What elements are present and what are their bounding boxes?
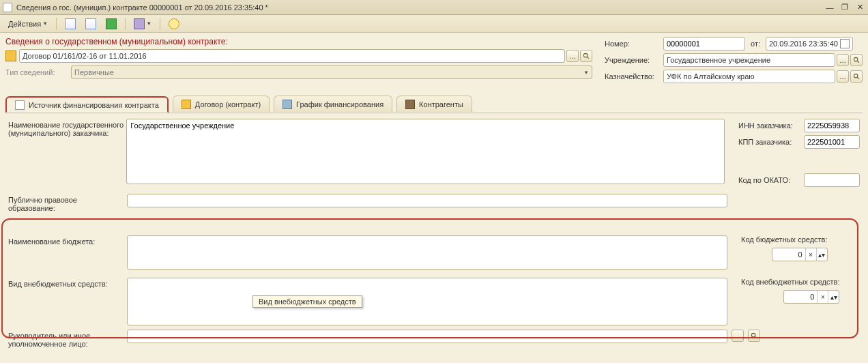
budget-code-field[interactable]: 0 × ▴▾ <box>772 248 828 261</box>
document-arrow-icon <box>85 18 96 29</box>
number-input[interactable] <box>667 40 742 48</box>
actions-menu[interactable]: Действия ▼ <box>4 17 52 31</box>
tab-bar: Источник финансирования контракта Догово… <box>5 96 863 113</box>
public-entity-label: Публично правовое образование: <box>8 194 124 212</box>
document-icon <box>65 18 76 29</box>
manager-input[interactable] <box>130 332 724 340</box>
folder-icon <box>182 100 191 109</box>
customer-name-label: Наименование государственного (муниципал… <box>8 119 124 190</box>
inn-label: ИНН заказчика: <box>738 121 804 130</box>
magnifier-icon <box>853 73 860 81</box>
budget-name-label: Наименование бюджета: <box>8 235 124 270</box>
okato-label: Код по ОКАТО: <box>738 176 804 184</box>
folder-icon <box>5 50 16 61</box>
info-type-field[interactable]: Первичные ▼ <box>71 66 592 79</box>
lookup-button[interactable]: … <box>837 70 849 83</box>
clear-button[interactable]: × <box>805 248 816 261</box>
clear-button[interactable]: × <box>817 291 828 303</box>
okato-input[interactable] <box>807 176 856 184</box>
tab-counterparties[interactable]: Контрагенты <box>396 96 472 112</box>
magnifier-icon <box>583 53 590 60</box>
minimize-button[interactable]: — <box>824 2 835 13</box>
chevron-down-icon: ▼ <box>146 20 151 27</box>
kpp-field[interactable] <box>804 135 860 149</box>
search-button[interactable] <box>580 50 592 62</box>
budget-name-textarea[interactable] <box>127 235 727 270</box>
separator <box>125 18 126 30</box>
svg-line-7 <box>755 336 757 338</box>
treasury-label: Казначейство: <box>605 72 663 81</box>
tab-label: Контрагенты <box>419 100 463 108</box>
svg-point-0 <box>583 53 588 57</box>
window-title: Сведения о гос. (муницип.) контракте 000… <box>16 3 824 12</box>
lookup-button[interactable]: … <box>732 330 744 342</box>
extrabudget-code-field[interactable]: 0 × ▴▾ <box>783 290 839 304</box>
contract-ref-field[interactable]: Договор 01/161/02-16 от 11.01.2016 <box>19 49 565 63</box>
magnifier-icon <box>853 57 860 64</box>
document-icon <box>15 100 25 110</box>
window-titlebar: Сведения о гос. (муницип.) контракте 000… <box>0 0 868 15</box>
inn-field[interactable] <box>804 119 860 132</box>
schedule-icon <box>283 100 292 109</box>
close-button[interactable]: ✕ <box>854 2 865 13</box>
tooltip: Вид внебюджетных средств <box>252 295 362 308</box>
maximize-button[interactable]: ❐ <box>839 2 850 13</box>
search-button[interactable] <box>850 54 863 66</box>
svg-point-2 <box>854 57 858 61</box>
actions-label: Действия <box>8 20 41 28</box>
toolbar-btn-4[interactable]: ▼ <box>130 17 156 31</box>
toolbar-btn-1[interactable] <box>61 17 80 31</box>
manager-field[interactable] <box>127 330 727 343</box>
search-button[interactable] <box>850 70 863 83</box>
spinner-button[interactable]: ▴▾ <box>828 291 839 303</box>
calendar-icon[interactable] <box>840 39 850 48</box>
main-toolbar: Действия ▼ ▼ <box>0 15 868 33</box>
budget-code-label: Код бюджетных средств: <box>741 235 828 244</box>
svg-point-4 <box>854 74 858 78</box>
number-field[interactable] <box>663 37 745 50</box>
toolbar-btn-3[interactable] <box>102 17 121 31</box>
treasury-value: УФК по Алтайскому краю <box>667 72 755 81</box>
public-entity-input[interactable] <box>130 197 724 205</box>
info-type-value: Первичные <box>74 68 582 76</box>
tab-financing-source[interactable]: Источник финансирования контракта <box>5 96 169 113</box>
list-icon <box>134 18 145 29</box>
institution-field[interactable]: Государственное учреждение <box>663 53 835 67</box>
public-entity-field[interactable] <box>127 194 727 207</box>
section-title: Сведения о государственном (муниципально… <box>5 37 592 46</box>
date-value: 20.09.2016 23:35:40 <box>769 40 840 48</box>
date-field[interactable]: 20.09.2016 23:35:40 <box>766 37 853 50</box>
chevron-down-icon: ▼ <box>583 70 589 76</box>
separator <box>56 18 57 30</box>
search-button[interactable] <box>748 330 760 342</box>
extrabudget-type-textarea[interactable] <box>127 278 727 325</box>
help-button[interactable] <box>164 17 184 31</box>
chevron-down-icon: ▼ <box>42 20 48 27</box>
info-type-label: Тип сведений: <box>5 68 71 76</box>
svg-point-6 <box>751 333 755 337</box>
inn-input[interactable] <box>807 121 856 130</box>
okato-field[interactable] <box>804 173 860 187</box>
kpp-label: КПП заказчика: <box>738 138 804 146</box>
customer-name-textarea[interactable] <box>126 119 725 184</box>
extrabudget-code-value: 0 <box>784 293 817 301</box>
spinner-button[interactable]: ▴▾ <box>816 248 827 261</box>
tab-contract[interactable]: Договор (контракт) <box>173 96 270 112</box>
svg-line-5 <box>857 77 859 79</box>
separator <box>160 18 160 30</box>
lookup-button[interactable]: … <box>837 54 849 66</box>
svg-line-3 <box>857 61 859 63</box>
tab-financing-schedule[interactable]: График финансирования <box>274 96 392 112</box>
tab-panel-financing-source: Наименование государственного (муниципал… <box>5 113 863 355</box>
help-icon <box>169 18 179 29</box>
budget-code-value: 0 <box>772 250 805 259</box>
manager-label: Руководитель или иное уполномоченное лиц… <box>8 330 124 348</box>
extrabudget-type-label: Вид внебюджетных средств: <box>8 278 124 325</box>
lookup-button[interactable]: … <box>566 50 579 62</box>
institution-value: Государственное учреждение <box>667 56 770 64</box>
institution-label: Учреждение: <box>605 56 663 64</box>
tab-label: Договор (контракт) <box>195 100 261 108</box>
kpp-input[interactable] <box>807 138 856 146</box>
toolbar-btn-2[interactable] <box>81 17 100 31</box>
treasury-field[interactable]: УФК по Алтайскому краю <box>663 70 835 83</box>
